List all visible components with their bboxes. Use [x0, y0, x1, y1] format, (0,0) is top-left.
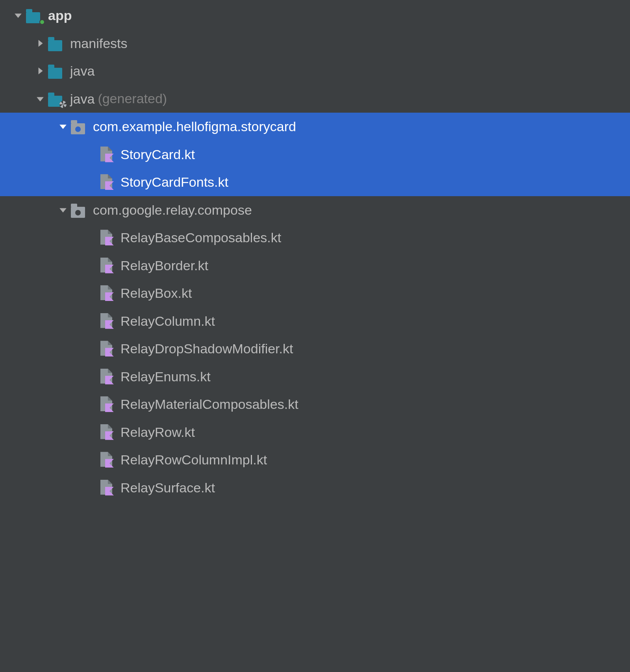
tree-item-label: RelaySurface.kt: [120, 481, 215, 494]
kotlin-file-icon: [98, 451, 116, 468]
kotlin-file-icon: [98, 340, 116, 357]
tree-item-app[interactable]: app: [0, 2, 630, 30]
kotlin-file-icon: [98, 368, 116, 385]
tree-item-label: RelayMaterialComposables.kt: [120, 397, 298, 411]
tree-item-label: java: [70, 64, 94, 78]
tree-item-suffix: (generated): [98, 91, 167, 106]
tree-item-file-relayenums[interactable]: RelayEnums.kt: [0, 363, 630, 391]
module-folder-icon: [26, 7, 43, 24]
tree-item-file-relaybox[interactable]: RelayBox.kt: [0, 279, 630, 307]
tree-item-label: RelayBorder.kt: [120, 259, 208, 272]
chevron-right-icon[interactable]: [32, 39, 48, 48]
tree-item-file-relayrow[interactable]: RelayRow.kt: [0, 418, 630, 446]
chevron-right-icon[interactable]: [32, 67, 48, 75]
tree-item-pkg-relay[interactable]: com.google.relay.compose: [0, 196, 630, 224]
folder-icon: [48, 62, 65, 80]
tree-item-label: RelayDropShadowModifier.kt: [120, 342, 293, 355]
kotlin-file-icon: [98, 146, 116, 163]
chevron-down-icon[interactable]: [55, 122, 71, 131]
tree-item-file-storycardfonts[interactable]: StoryCardFonts.kt: [0, 168, 630, 196]
tree-item-file-relaydrop[interactable]: RelayDropShadowModifier.kt: [0, 335, 630, 363]
tree-item-file-relaysurface[interactable]: RelaySurface.kt: [0, 474, 630, 502]
tree-item-manifests[interactable]: manifests: [0, 30, 630, 58]
kotlin-file-icon: [98, 312, 116, 330]
tree-item-label: RelayBaseComposables.kt: [120, 231, 281, 244]
kotlin-file-icon: [98, 395, 116, 413]
tree-item-label: StoryCard.kt: [120, 148, 195, 161]
chevron-down-icon[interactable]: [10, 11, 26, 20]
folder-icon: [48, 35, 65, 52]
tree-item-file-relayrowcol[interactable]: RelayRowColumnImpl.kt: [0, 446, 630, 474]
tree-item-file-storycard[interactable]: StoryCard.kt: [0, 141, 630, 169]
tree-item-label: RelayRowColumnImpl.kt: [120, 453, 267, 466]
tree-item-label: com.google.relay.compose: [93, 203, 252, 217]
tree-item-label: RelayColumn.kt: [120, 314, 215, 328]
kotlin-file-icon: [98, 173, 116, 191]
tree-item-java[interactable]: java: [0, 57, 630, 85]
tree-item-label: StoryCardFonts.kt: [120, 175, 228, 189]
tree-item-label: RelayBox.kt: [120, 286, 192, 300]
tree-item-java-generated[interactable]: java (generated): [0, 85, 630, 113]
tree-item-file-relaymaterial[interactable]: RelayMaterialComposables.kt: [0, 390, 630, 418]
package-folder-icon: [71, 118, 88, 135]
tree-item-label: manifests: [70, 37, 128, 50]
chevron-down-icon[interactable]: [32, 95, 48, 103]
kotlin-file-icon: [98, 257, 116, 274]
tree-item-file-relaycolumn[interactable]: RelayColumn.kt: [0, 307, 630, 335]
tree-item-label: app: [48, 9, 72, 22]
tree-item-label: java: [70, 92, 94, 106]
tree-item-label: RelayEnums.kt: [120, 370, 211, 383]
generated-folder-icon: [48, 90, 65, 108]
tree-item-label: RelayRow.kt: [120, 425, 195, 439]
kotlin-file-icon: [98, 423, 116, 441]
project-tree: app manifests java java (gener: [0, 0, 630, 501]
chevron-down-icon[interactable]: [55, 206, 71, 214]
kotlin-file-icon: [98, 229, 116, 246]
package-folder-icon: [71, 201, 88, 219]
tree-item-label: com.example.hellofigma.storycard: [93, 120, 296, 133]
tree-item-file-relaybase[interactable]: RelayBaseComposables.kt: [0, 224, 630, 252]
tree-item-pkg-storycard[interactable]: com.example.hellofigma.storycard: [0, 113, 630, 141]
kotlin-file-icon: [98, 284, 116, 302]
kotlin-file-icon: [98, 479, 116, 496]
tree-item-file-relayborder[interactable]: RelayBorder.kt: [0, 252, 630, 280]
